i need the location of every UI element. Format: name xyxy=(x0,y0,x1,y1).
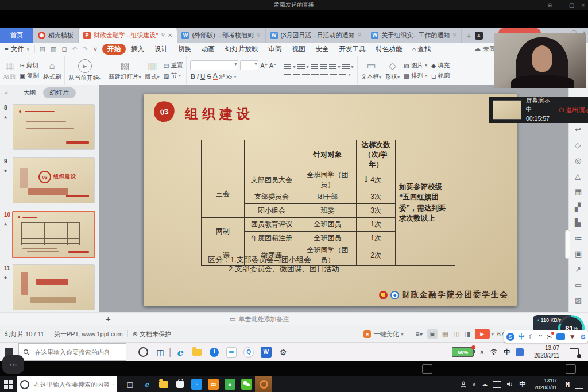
local-search-input[interactable] xyxy=(33,381,110,389)
screenshot-scissors-icon[interactable]: ✂ xyxy=(547,333,552,341)
touch-keyboard-icon[interactable] xyxy=(493,381,501,388)
normal-view-icon[interactable]: ▣ xyxy=(427,329,437,339)
cortana-icon[interactable] xyxy=(134,347,152,357)
layout-button[interactable]: ▥ 版式▾ xyxy=(145,60,159,81)
outline-button[interactable]: ◻轮廓 xyxy=(431,72,450,80)
slide-thumbnail-9[interactable]: 03 组织建设 xyxy=(13,157,95,203)
clock-app-icon[interactable] xyxy=(206,348,223,357)
bell-icon[interactable]: ⍾ xyxy=(548,2,552,9)
distribute-icon[interactable] xyxy=(320,72,328,77)
frame-icon[interactable]: ▭ xyxy=(575,280,582,289)
preview-icon[interactable]: ◻ xyxy=(61,45,67,53)
paste-button[interactable]: ▦ 粘贴 xyxy=(3,60,16,81)
collapse-panel-icon[interactable]: « xyxy=(5,89,8,96)
apps-grid-icon[interactable]: ▞ xyxy=(575,203,581,212)
superscript-button[interactable]: x² xyxy=(219,73,225,80)
minimize-icon[interactable]: – xyxy=(559,2,562,9)
dict-app-icon[interactable]: ▭ xyxy=(205,379,222,390)
slide-thumbnail-10-selected[interactable] xyxy=(12,211,95,258)
cut-button[interactable]: ✂剪切 xyxy=(20,62,39,70)
speaker-icon[interactable] xyxy=(506,381,514,387)
comment-icon[interactable]: ↩ xyxy=(575,125,581,134)
slide-table[interactable]: 针对对象 达标次数 （次/学年） 如要参评校级“五四红旗团委”，需达到要求次数以… xyxy=(201,140,455,266)
reading-view-icon[interactable]: ◨ xyxy=(464,330,470,338)
file-menu[interactable]: ≡ 文件 ∨ xyxy=(0,45,34,53)
notification-app-icon[interactable] xyxy=(516,348,524,356)
save-icon[interactable]: ▤ xyxy=(40,45,45,53)
ime-settings-icon[interactable]: ⚙ xyxy=(580,333,586,341)
menu-animation[interactable]: 动画 xyxy=(196,44,220,55)
menu-security[interactable]: 安全 xyxy=(311,44,334,55)
wifi-icon[interactable] xyxy=(490,349,498,355)
chart-icon[interactable]: ▙ xyxy=(575,218,581,227)
streaming-app-active-icon[interactable] xyxy=(255,376,272,392)
menu-devtools[interactable]: 开发工具 xyxy=(334,44,371,55)
local-clock[interactable]: 13:07 2020/3/11 xyxy=(534,378,556,391)
justify-icon[interactable] xyxy=(311,72,319,77)
file-explorer-icon[interactable] xyxy=(155,381,172,388)
edge-icon[interactable]: e xyxy=(171,347,188,358)
redo-icon[interactable]: ↷ xyxy=(83,45,88,53)
chat-app-icon[interactable]: Q xyxy=(240,347,257,358)
share-icon[interactable]: ↗ xyxy=(575,265,581,274)
ime-indicator[interactable]: 中 xyxy=(504,348,510,356)
image-panel-icon[interactable]: ▨ xyxy=(575,296,582,305)
slideshow-play-button[interactable]: ▶ xyxy=(475,329,490,339)
slide-thumbnail-8[interactable] xyxy=(13,104,95,150)
share-preview-thumbnail[interactable] xyxy=(493,100,521,120)
menu-slideshow[interactable]: 幻灯片放映 xyxy=(220,44,264,55)
people-icon[interactable] xyxy=(460,381,467,388)
local-search-box[interactable] xyxy=(17,376,117,392)
menu-design[interactable]: 设计 xyxy=(149,44,173,55)
menu-insert[interactable]: 插入 xyxy=(126,44,149,55)
bullet-list-icon[interactable] xyxy=(284,64,291,70)
settings-gear-icon[interactable]: ⚙ xyxy=(274,348,292,357)
slide-10[interactable]: 03 组织建设 针对对象 达标次数 （次/学年） 如要参评校级“五四红旗团委”，… xyxy=(144,94,517,306)
print-icon[interactable]: ▥ xyxy=(51,45,56,53)
shapes-panel-icon[interactable]: ◇ xyxy=(575,141,581,149)
new-slide-button[interactable]: ▧ 新建幻灯片▾ xyxy=(109,60,141,81)
italic-button[interactable]: I xyxy=(197,73,199,80)
ime-indicator[interactable]: 中 xyxy=(519,380,525,389)
start-button[interactable] xyxy=(0,380,17,389)
pin-icon[interactable]: ⚲ xyxy=(161,32,165,38)
medal-icon[interactable]: △ xyxy=(575,172,581,180)
more-icon[interactable]: ∨ xyxy=(93,45,98,53)
indent-increase-icon[interactable] xyxy=(320,64,327,70)
font-color-button[interactable]: A xyxy=(213,72,218,80)
close-icon[interactable]: × xyxy=(581,2,585,9)
slides-copy-icon[interactable]: ▣ xyxy=(575,249,582,258)
bold-button[interactable]: B xyxy=(190,73,195,80)
video-app-icon[interactable]: ≡ xyxy=(222,379,238,390)
add-slide-button[interactable]: + xyxy=(106,314,111,324)
tab-slides[interactable]: 幻灯片 xyxy=(43,87,76,98)
beautify-button[interactable]: ★ 一键美化 ▾ xyxy=(363,330,403,339)
moon-icon[interactable]: ☾ xyxy=(529,333,535,341)
remote-search-box[interactable] xyxy=(18,343,126,361)
skin-shirt-icon[interactable]: ▼ xyxy=(569,333,576,341)
tab-docer[interactable]: ◉ 稻壳模板 xyxy=(33,28,79,43)
font-size-input[interactable] xyxy=(240,60,258,70)
netdisk-app-icon[interactable]: ◦ xyxy=(188,379,205,390)
menu-features[interactable]: 特色功能 xyxy=(371,44,408,55)
pin-icon[interactable]: ⚲ xyxy=(452,32,457,38)
cloud-icon[interactable]: ☁ xyxy=(481,381,488,388)
hidden-icons-chevron[interactable]: ∧ xyxy=(479,348,484,356)
table-tool-icon[interactable]: ▦ xyxy=(575,187,582,196)
webcam-video[interactable] xyxy=(494,33,586,88)
font-shrink-icon[interactable]: A⁻ xyxy=(269,62,277,69)
menu-review[interactable]: 审阅 xyxy=(264,44,287,55)
columns-icon[interactable] xyxy=(330,72,337,77)
tab-outline[interactable]: 大纲 xyxy=(24,89,36,97)
shapes-button[interactable]: ◇ 形状▾ xyxy=(385,60,400,81)
more-options-float-button[interactable]: ⋯ xyxy=(2,355,24,374)
font-enlarge-icon[interactable]: A⁺ xyxy=(260,62,268,69)
menu-view[interactable]: 视图 xyxy=(287,44,311,55)
office-app-icon[interactable]: M xyxy=(566,381,570,389)
copy-button[interactable]: ▣复制 xyxy=(20,72,39,80)
paragraph-more-icon[interactable] xyxy=(339,72,346,77)
pin-icon[interactable]: ⚲ xyxy=(257,32,261,38)
maximize-icon[interactable]: ▢ xyxy=(569,2,574,9)
align-left-icon[interactable] xyxy=(284,72,291,77)
tab-document-4[interactable]: W 关于组织实...工作的通知 ⚲ xyxy=(366,28,462,43)
